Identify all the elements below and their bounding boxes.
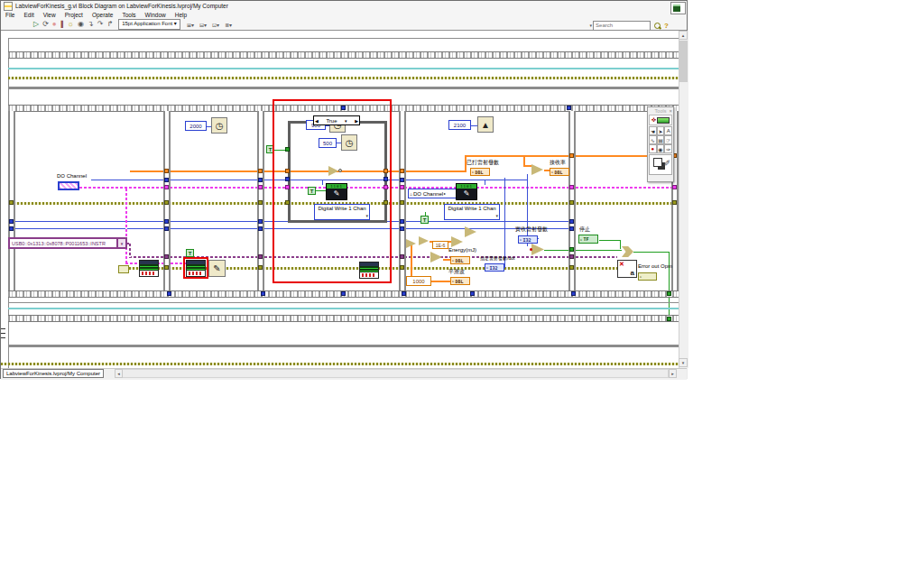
boolean-true-constant[interactable]: T [420, 216, 429, 224]
wire-blue-v2 [504, 230, 505, 268]
or-gate[interactable] [622, 246, 633, 257]
wait-ms-constant-2100[interactable]: 2100 [448, 120, 471, 130]
received-count-indicator[interactable]: ▸ I32 [518, 235, 538, 244]
multiply-node[interactable] [419, 236, 429, 245]
tunnel [258, 200, 263, 205]
divide-node[interactable] [531, 164, 543, 175]
refnum-terminal[interactable] [118, 265, 129, 273]
font-selector[interactable]: 15pt Application Font ▾ [118, 19, 180, 30]
scroll-left-button[interactable]: ◂ [115, 369, 123, 378]
wire-green-stop-out [599, 240, 620, 241]
visa-resource-constant[interactable]: USB0::0x1313::0x8078::P0011653::INSTR [8, 237, 118, 249]
error-out-indicator[interactable]: ▸ [638, 272, 657, 281]
do-channel-local-variable[interactable]: ⌂ DO Channel ▸ [408, 189, 457, 198]
smooth-indicator[interactable]: ▸ DBL [450, 277, 470, 285]
tunnel [258, 265, 263, 270]
add-node[interactable] [451, 236, 463, 247]
visa-dropdown[interactable]: ▾ [118, 237, 127, 249]
pause-button[interactable]: ∥ [60, 19, 64, 30]
menu-edit[interactable]: Edit [19, 12, 38, 18]
run-continuous-button[interactable]: ⟳ [42, 19, 49, 30]
wire-purple-drop [129, 244, 131, 257]
structure-line-1 [8, 302, 679, 303]
vertical-scroll-thumb[interactable] [679, 41, 688, 82]
distribute-objects-button[interactable]: ⊟▾ [199, 22, 207, 28]
terminal-type: I32 [489, 265, 497, 271]
auto-tool-select[interactable]: ✜ [649, 115, 672, 125]
energy-indicator[interactable]: ▸ DBL [450, 256, 470, 264]
operate-value-tool[interactable]: ☚ [649, 126, 657, 135]
edit-text-tool[interactable]: A [664, 126, 672, 135]
highlight-execution-button[interactable]: ☼ [68, 19, 74, 30]
scroll-right-button[interactable]: ▸ [669, 369, 677, 378]
power-meter-init-vi[interactable] [139, 260, 159, 277]
position-tool[interactable]: ➤ [657, 126, 665, 135]
caret-down-icon: ▾ [229, 23, 232, 28]
step-out-button[interactable]: ↱ [106, 19, 113, 30]
receive-rate-indicator[interactable]: ▸ DBL [550, 168, 569, 176]
execution-target-tab[interactable]: LabviewForKinesis.lvproj/My Computer [3, 369, 104, 378]
align-objects-button[interactable]: ⊞▾ [187, 22, 194, 28]
scroll-down-button[interactable]: ▾ [679, 358, 688, 367]
menu-tools[interactable]: Tools [117, 12, 140, 18]
multiply-node[interactable] [430, 252, 442, 263]
menu-file[interactable]: File [1, 12, 19, 18]
per-dot-indicator[interactable]: ▸ I32 [485, 263, 504, 272]
constant-1000[interactable]: 1000 [406, 276, 431, 286]
boolean-true-constant[interactable]: T [186, 249, 194, 257]
receive-rate-label: 接收率 [550, 160, 566, 165]
labview-vi-icon [4, 2, 13, 11]
sequence-border-top [8, 51, 679, 59]
fired-count-indicator[interactable]: ▸ DBL [470, 168, 490, 176]
tunnel [167, 291, 171, 296]
wire-orange-smooth-in [431, 281, 450, 282]
menu-help[interactable]: Help [171, 12, 191, 18]
stop-terminal[interactable]: ▸ TF [578, 235, 598, 244]
resize-objects-button[interactable]: ⊡▾ [212, 22, 219, 28]
reorder-objects-button[interactable]: ≣▾ [225, 22, 232, 28]
menu-project[interactable]: Project [60, 12, 88, 18]
object-menu-tool[interactable]: ▤ [657, 135, 665, 144]
tools-palette[interactable]: Tools × ✜ ☚ ➤ A ∿ ▤ ☞ ● ◉ ✑ ✐ [647, 106, 674, 182]
wait-ms-constant-2000[interactable]: 2000 [185, 121, 207, 131]
terminal-type: TF [583, 236, 588, 242]
tunnel [400, 185, 404, 189]
wire-tool[interactable]: ∿ [649, 135, 657, 144]
step-over-button[interactable]: ↷ [97, 19, 104, 30]
terminal-type: DBL [455, 258, 463, 263]
daqmx-write-vi[interactable]: 1101 ✎ [456, 183, 477, 200]
search-icon[interactable] [654, 23, 661, 29]
scroll-tool[interactable]: ☞ [664, 135, 672, 144]
horizontal-scrollbar[interactable] [122, 369, 669, 378]
search-scope-dropdown[interactable]: ▾ [590, 23, 593, 28]
menu-view[interactable]: View [39, 12, 60, 18]
menu-window[interactable]: Window [141, 12, 171, 18]
scroll-up-button[interactable]: ▴ [679, 31, 688, 40]
set-color-tool[interactable]: ✐ [649, 154, 672, 175]
simple-error-handler-vi[interactable]: ✕ a [617, 260, 637, 278]
wait-ms-icon[interactable]: ◷ [211, 117, 227, 134]
property-write-vi[interactable]: ✎ [208, 260, 226, 277]
tunnel [400, 265, 404, 270]
breakpoint-tool[interactable]: ● [649, 144, 657, 153]
compare-node[interactable] [531, 244, 544, 255]
search-input[interactable] [593, 21, 651, 31]
step-into-button[interactable]: ↴ [88, 19, 94, 30]
tunnel [569, 219, 574, 224]
retain-wire-values-button[interactable]: ◉ [78, 19, 84, 30]
probe-tool[interactable]: ◉ [657, 144, 665, 153]
color-copy-tool[interactable]: ✑ [664, 144, 672, 153]
caret-down-icon: ▾ [217, 23, 219, 28]
help-button[interactable]: ? [664, 22, 669, 30]
tunnel [400, 254, 404, 259]
abort-button[interactable]: ● [52, 19, 57, 30]
daqmx-polymorphic-selector[interactable]: Digital Write 1 Chan ▾ [444, 204, 500, 220]
foreground-color-swatch [653, 158, 662, 167]
run-button[interactable]: ▷ [33, 19, 39, 30]
tools-palette-close[interactable]: × [669, 107, 672, 115]
do-channel-terminal[interactable] [58, 181, 79, 190]
scale-constant[interactable]: 1E-6 [432, 241, 448, 249]
wait-next-ms-multiple-icon[interactable]: ▲ [477, 116, 494, 133]
title-bar[interactable]: LabviewForKinesis_g.vi Block Diagram on … [1, 1, 687, 11]
menu-operate[interactable]: Operate [88, 12, 118, 18]
